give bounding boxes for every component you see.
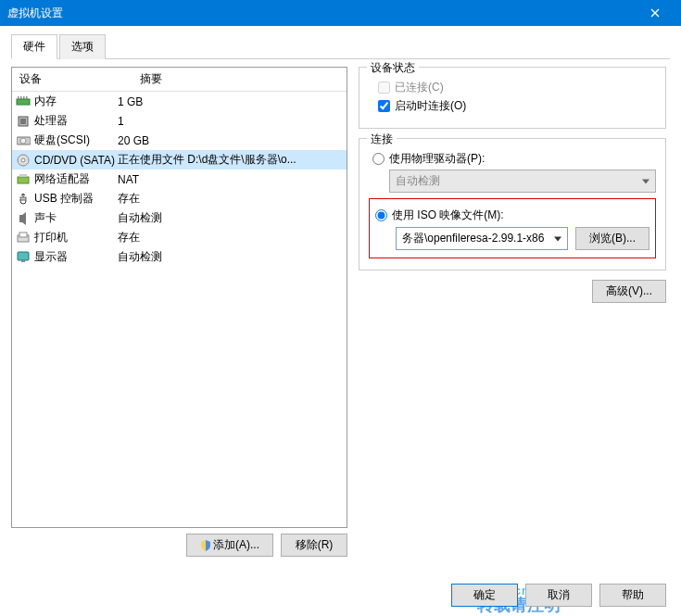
svg-rect-2 (20, 96, 22, 99)
device-summary: 自动检测 (118, 210, 343, 226)
device-row[interactable]: 硬盘(SCSI)20 GB (12, 131, 347, 150)
device-icon (16, 192, 31, 207)
device-icon (16, 250, 31, 265)
radio-physical[interactable]: 使用物理驱动器(P): (372, 151, 656, 167)
device-name: 硬盘(SCSI) (34, 132, 90, 148)
svg-rect-6 (20, 119, 26, 124)
chk-connect-at-power-box[interactable] (378, 100, 390, 112)
radio-iso[interactable]: 使用 ISO 映像文件(M): (375, 207, 649, 223)
advanced-button[interactable]: 高级(V)... (592, 280, 666, 303)
group-title-connection: 连接 (367, 132, 397, 147)
device-icon (16, 114, 31, 129)
device-summary: 1 GB (118, 95, 343, 108)
browse-button[interactable]: 浏览(B)... (575, 227, 649, 250)
device-summary: NAT (118, 173, 343, 186)
radio-physical-input[interactable] (372, 153, 385, 165)
tab-hardware[interactable]: 硬件 (11, 34, 57, 59)
ok-button[interactable]: 确定 (451, 584, 518, 607)
svg-rect-3 (23, 96, 25, 99)
device-row[interactable]: 打印机存在 (12, 228, 347, 247)
svg-rect-14 (20, 197, 26, 200)
shield-icon (200, 540, 211, 551)
device-name: USB 控制器 (34, 191, 94, 207)
device-row[interactable]: USB 控制器存在 (12, 189, 347, 208)
add-button[interactable]: 添加(A)... (186, 534, 273, 557)
device-icon (16, 172, 31, 187)
device-name: 打印机 (34, 230, 68, 245)
device-name: 网络适配器 (34, 171, 90, 187)
device-icon (16, 211, 31, 226)
chk-connected-label: 已连接(C) (395, 80, 444, 95)
add-label: 添加(A)... (213, 538, 259, 551)
cancel-button[interactable]: 取消 (525, 584, 592, 607)
hardware-list[interactable]: 设备 摘要 内存1 GB处理器1硬盘(SCSI)20 GBCD/DVD (SAT… (11, 67, 347, 528)
tab-options[interactable]: 选项 (59, 34, 106, 59)
group-connection: 连接 使用物理驱动器(P): 自动检测 使用 ISO 映像文件(M): 务器\o… (359, 138, 666, 270)
titlebar: 虚拟机设置 (0, 0, 681, 26)
radio-physical-label: 使用物理驱动器(P): (389, 151, 485, 167)
svg-rect-0 (17, 99, 30, 105)
svg-rect-17 (18, 252, 29, 260)
radio-iso-input[interactable] (375, 209, 387, 221)
device-name: 内存 (34, 94, 57, 109)
combo-iso-path[interactable]: 务器\openfileresa-2.99.1-x86 (396, 227, 568, 250)
tab-bar: 硬件 选项 (11, 33, 670, 59)
footer-buttons: 确定 取消 帮助 (451, 584, 666, 607)
device-row[interactable]: 处理器1 (12, 111, 347, 131)
close-button[interactable] (637, 0, 674, 26)
radio-iso-label: 使用 ISO 映像文件(M): (392, 207, 504, 223)
svg-point-8 (20, 138, 26, 144)
svg-rect-4 (26, 96, 28, 99)
device-row[interactable]: 显示器自动检测 (12, 247, 347, 267)
device-summary: 1 (118, 115, 343, 128)
device-icon (16, 133, 31, 148)
device-name: 显示器 (34, 249, 68, 265)
device-summary: 存在 (118, 230, 343, 245)
svg-rect-16 (19, 233, 27, 237)
device-icon (16, 231, 31, 245)
device-summary: 存在 (118, 191, 343, 207)
device-name: 声卡 (34, 210, 57, 226)
dialog-content: 硬件 选项 设备 摘要 内存1 GB处理器1硬盘(SCSI)20 GBCD/DV… (0, 26, 681, 557)
device-row[interactable]: CD/DVD (SATA)正在使用文件 D:\d盘文件\服务器\o... (12, 150, 347, 170)
highlight-box: 使用 ISO 映像文件(M): 务器\openfileresa-2.99.1-x… (369, 198, 656, 258)
device-summary: 20 GB (118, 134, 343, 147)
svg-rect-18 (21, 260, 25, 262)
left-panel: 设备 摘要 内存1 GB处理器1硬盘(SCSI)20 GBCD/DVD (SAT… (11, 67, 347, 557)
chk-connect-at-power-label: 启动时连接(O) (395, 98, 466, 114)
remove-button[interactable]: 移除(R) (281, 534, 347, 557)
device-name: CD/DVD (SATA) (34, 154, 115, 167)
svg-rect-11 (18, 177, 29, 183)
window-title: 虚拟机设置 (7, 6, 637, 21)
svg-rect-12 (19, 174, 27, 177)
right-panel: 设备状态 已连接(C) 启动时连接(O) 连接 使用物理驱动器(P): 自动检测 (359, 67, 670, 557)
svg-rect-1 (18, 96, 19, 99)
hardware-list-header: 设备 摘要 (12, 68, 347, 92)
col-device[interactable]: 设备 (12, 68, 132, 91)
device-row[interactable]: 声卡自动检测 (12, 208, 347, 228)
device-summary: 自动检测 (118, 249, 343, 265)
chk-connected[interactable]: 已连接(C) (378, 80, 656, 95)
group-title-status: 设备状态 (367, 60, 419, 76)
device-icon (16, 94, 31, 109)
device-summary: 正在使用文件 D:\d盘文件\服务器\o... (118, 152, 343, 168)
group-device-status: 设备状态 已连接(C) 启动时连接(O) (359, 67, 666, 129)
svg-point-10 (21, 158, 25, 162)
col-summary[interactable]: 摘要 (132, 68, 347, 91)
device-icon (16, 153, 31, 168)
chk-connected-box (378, 82, 390, 94)
combo-physical-drive: 自动检测 (389, 170, 656, 193)
chk-connect-at-power[interactable]: 启动时连接(O) (378, 98, 656, 114)
device-name: 处理器 (34, 113, 68, 129)
help-button[interactable]: 帮助 (599, 584, 666, 607)
device-row[interactable]: 网络适配器NAT (12, 170, 347, 189)
device-row[interactable]: 内存1 GB (12, 92, 347, 111)
